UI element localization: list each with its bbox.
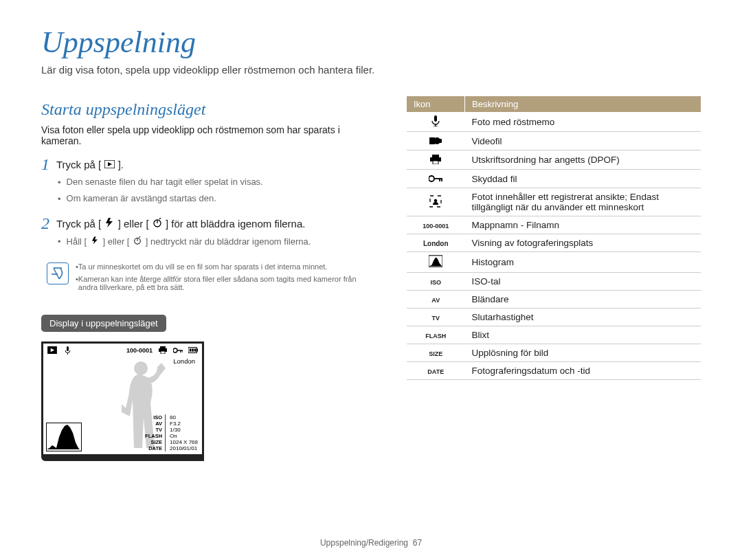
- date-icon-text: DATE: [427, 368, 444, 375]
- spec-table: ISO80 AVF3.2 TV1/30 FLASHOn SIZE1024 X 7…: [145, 414, 198, 451]
- svg-rect-20: [192, 348, 194, 351]
- svg-rect-21: [194, 348, 196, 351]
- svg-rect-32: [433, 161, 438, 164]
- svg-point-33: [429, 176, 434, 181]
- step-text: ] för att bläddra igenom filerna.: [166, 218, 305, 229]
- filename-icon: 100-0001: [423, 223, 449, 229]
- page-title: Uppspelning: [41, 25, 701, 60]
- table-desc: Mappnamn - Filnamn: [465, 216, 701, 234]
- step-1: 1 Tryck på [ ].: [41, 156, 381, 172]
- mic-icon: [63, 346, 72, 355]
- table-desc: Upplösning för bild: [465, 344, 701, 362]
- note-icon: [47, 262, 69, 284]
- step-number: 2: [41, 215, 56, 232]
- table-desc: Histogram: [465, 252, 701, 273]
- table-desc: Foto med röstmemo: [465, 112, 701, 132]
- table-desc: ISO-tal: [465, 273, 701, 291]
- note-box: •Ta ur minneskortet om du vill se en fil…: [41, 258, 381, 300]
- svg-marker-1: [108, 162, 112, 166]
- timer-icon: [152, 218, 163, 227]
- step-bullet: •Den senaste filen du har tagit eller sp…: [58, 177, 381, 189]
- video-icon: [429, 135, 442, 147]
- flash-icon: [89, 236, 100, 245]
- play-button-icon: [104, 159, 115, 169]
- table-desc: Fotograferingsdatum och -tid: [465, 362, 701, 380]
- svg-rect-11: [160, 346, 166, 348]
- flash-icon-text: FLASH: [425, 333, 446, 339]
- histogram-icon: [429, 255, 442, 267]
- note-bullet: •Ta ur minneskortet om du vill se en fil…: [76, 262, 375, 271]
- step-bullet: • Håll [ ] eller [ ] nedtryckt när du bl…: [58, 236, 381, 248]
- table-desc: Skyddad fil: [465, 170, 701, 188]
- icon-table: Ikon Beskrivning Foto med röstmemo Video…: [407, 96, 701, 380]
- flash-icon: [104, 218, 115, 227]
- step-text: Tryck på [: [56, 218, 101, 229]
- table-desc: Videofil: [465, 132, 701, 150]
- svg-point-38: [434, 199, 438, 202]
- table-desc: Fotot innehåller ett registrerat ansikte…: [465, 188, 701, 216]
- printer-icon: [158, 346, 168, 355]
- timer-icon: [132, 236, 143, 245]
- table-desc: Blixt: [465, 326, 701, 344]
- table-header-icon: Ikon: [407, 96, 465, 112]
- svg-rect-23: [434, 115, 437, 122]
- histogram-icon: [46, 423, 82, 451]
- battery-icon: [188, 346, 198, 355]
- svg-marker-4: [92, 237, 98, 245]
- lcd-preview: 100-0001 London: [41, 341, 204, 461]
- printer-icon: [429, 153, 442, 166]
- step-2: 2 Tryck på [ ] eller [ ] för att bläddra…: [41, 215, 381, 232]
- mic-icon: [429, 115, 442, 127]
- section-subtitle: Visa foton eller spela upp videoklipp oc…: [41, 124, 381, 146]
- step-bullet: •Om kameran är avstängd startas den.: [58, 193, 381, 205]
- note-bullet: •Kameran kan inte återge alltför stora f…: [76, 275, 375, 291]
- footer: Uppspelning/Redigering 67: [0, 538, 742, 548]
- key-icon: [173, 346, 183, 355]
- table-desc: Bländare: [465, 291, 701, 309]
- play-button-icon: [47, 346, 57, 355]
- step-text: ].: [118, 159, 124, 170]
- face-register-icon: [429, 195, 442, 208]
- step-text: Tryck på [: [56, 159, 101, 170]
- filename-label: 100-0001: [126, 347, 153, 354]
- svg-rect-12: [161, 351, 165, 354]
- av-icon-text: AV: [431, 297, 440, 304]
- subsection-pill: Display i uppspelningsläget: [41, 315, 166, 332]
- table-desc: Slutarhastighet: [465, 309, 701, 326]
- iso-icon-text: ISO: [430, 279, 441, 286]
- table-desc: Visning av fotograferingsplats: [465, 234, 701, 252]
- city-icon-text: London: [423, 240, 449, 247]
- table-desc: Utskriftsordning har angetts (DPOF): [465, 150, 701, 170]
- svg-rect-18: [196, 348, 198, 351]
- svg-point-22: [134, 361, 148, 375]
- svg-point-13: [173, 348, 177, 352]
- page-intro: Lär dig visa foton, spela upp videoklipp…: [41, 64, 701, 76]
- section-title: Starta uppspelningsläget: [41, 100, 381, 119]
- size-icon-text: SIZE: [429, 350, 442, 357]
- svg-rect-31: [432, 155, 439, 157]
- key-icon: [429, 172, 442, 185]
- svg-rect-26: [429, 137, 432, 144]
- table-header-desc: Beskrivning: [465, 96, 701, 112]
- svg-rect-8: [67, 346, 69, 351]
- tv-icon-text: TV: [431, 315, 440, 322]
- svg-marker-2: [106, 218, 113, 227]
- svg-rect-19: [190, 348, 192, 351]
- step-number: 1: [41, 156, 56, 172]
- step-text: ] eller [: [118, 218, 149, 229]
